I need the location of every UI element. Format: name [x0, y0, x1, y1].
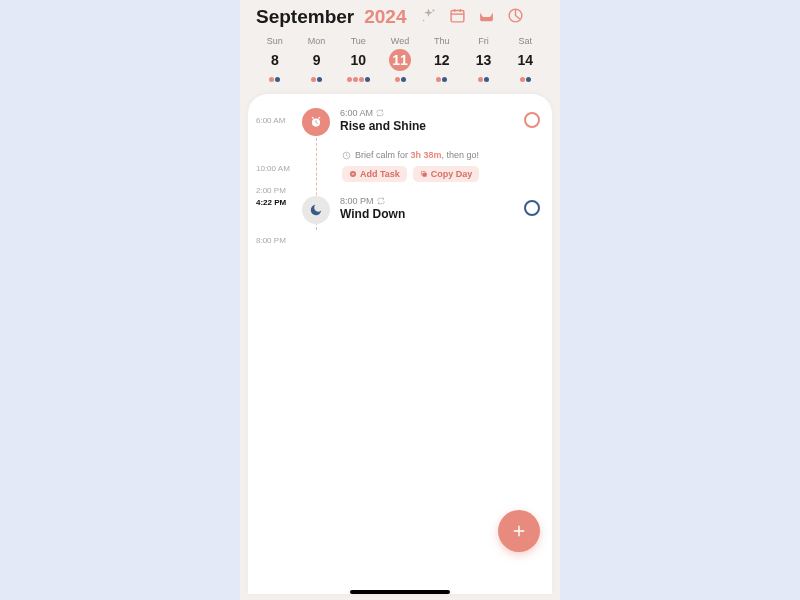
gap-suffix: , then go! [442, 150, 480, 160]
inbox-icon[interactable] [478, 7, 495, 28]
complete-checkbox[interactable] [524, 112, 540, 128]
day-col-sun[interactable]: Sun8 [254, 36, 296, 84]
plus-icon [510, 522, 528, 540]
event-dot [401, 77, 406, 82]
day-number: 8 [264, 49, 286, 71]
moon-icon [302, 196, 330, 224]
day-number: 14 [514, 49, 536, 71]
day-number: 13 [472, 49, 494, 71]
month-label[interactable]: September [256, 6, 354, 28]
chart-icon[interactable] [507, 7, 524, 28]
day-name: Mon [308, 36, 326, 46]
event-dot [317, 77, 322, 82]
week-row: Sun8Mon9Tue10Wed11Thu12Fri13Sat14 [252, 36, 548, 84]
day-number: 11 [389, 49, 411, 71]
event-time-label: 8:00 PM [340, 196, 374, 206]
day-dots [395, 74, 406, 84]
copy-icon [420, 170, 428, 178]
plus-circle-icon [349, 170, 357, 178]
day-dots [478, 74, 489, 84]
time-mark: 10:00 AM [256, 164, 290, 173]
day-dots [311, 74, 322, 84]
current-time-indicator: 4:22 PM [256, 198, 286, 207]
day-name: Fri [478, 36, 489, 46]
svg-point-0 [433, 9, 435, 11]
calendar-header: September 2024 Sun8Mon9Tue10Wed11Thu12Fr… [240, 0, 560, 88]
add-task-button[interactable]: Add Task [342, 166, 407, 182]
event-dot [484, 77, 489, 82]
day-dots [520, 74, 531, 84]
event-dot [442, 77, 447, 82]
event-dot [436, 77, 441, 82]
add-fab-button[interactable] [498, 510, 540, 552]
event-dot [478, 77, 483, 82]
event-dot [353, 77, 358, 82]
time-mark: 6:00 AM [256, 116, 285, 125]
event-dot [359, 77, 364, 82]
day-name: Thu [434, 36, 450, 46]
event-dot [395, 77, 400, 82]
day-col-mon[interactable]: Mon9 [296, 36, 338, 84]
day-name: Tue [351, 36, 366, 46]
gap-block: Brief calm for 3h 38m, then go! Add Task… [342, 150, 540, 182]
event-dot [311, 77, 316, 82]
day-dots [269, 74, 280, 84]
svg-rect-10 [423, 173, 427, 177]
gap-duration: 3h 38m [411, 150, 442, 160]
day-dots [436, 74, 447, 84]
home-indicator[interactable] [350, 590, 450, 594]
event-dot [520, 77, 525, 82]
svg-point-1 [423, 19, 424, 20]
day-number: 10 [347, 49, 369, 71]
alarm-icon [302, 108, 330, 136]
day-dots [347, 74, 370, 84]
event-title: Wind Down [340, 207, 514, 221]
time-mark: 2:00 PM [256, 186, 286, 195]
day-name: Sat [518, 36, 532, 46]
day-name: Sun [267, 36, 283, 46]
day-number: 12 [431, 49, 453, 71]
clock-icon [342, 151, 351, 160]
day-col-sat[interactable]: Sat14 [504, 36, 546, 84]
event-dot [275, 77, 280, 82]
day-col-wed[interactable]: Wed11 [379, 36, 421, 84]
event-dot [526, 77, 531, 82]
event-rise-and-shine[interactable]: 6:00 AM Rise and Shine [300, 108, 540, 136]
complete-checkbox[interactable] [524, 200, 540, 216]
time-mark: 8:00 PM [256, 236, 286, 245]
day-col-fri[interactable]: Fri13 [463, 36, 505, 84]
calendar-icon[interactable] [449, 7, 466, 28]
day-number: 9 [306, 49, 328, 71]
gap-prefix: Brief calm for [355, 150, 411, 160]
event-title: Rise and Shine [340, 119, 514, 133]
svg-rect-2 [452, 10, 465, 21]
event-wind-down[interactable]: 8:00 PM Wind Down [300, 196, 540, 224]
event-dot [269, 77, 274, 82]
year-label[interactable]: 2024 [364, 6, 406, 28]
day-col-tue[interactable]: Tue10 [337, 36, 379, 84]
repeat-icon [376, 109, 384, 117]
repeat-icon [377, 197, 385, 205]
day-name: Wed [391, 36, 409, 46]
sparkle-icon[interactable] [420, 7, 437, 28]
event-dot [365, 77, 370, 82]
phone-frame: September 2024 Sun8Mon9Tue10Wed11Thu12Fr… [240, 0, 560, 600]
copy-day-button[interactable]: Copy Day [413, 166, 480, 182]
event-time-label: 6:00 AM [340, 108, 373, 118]
event-dot [347, 77, 352, 82]
day-col-thu[interactable]: Thu12 [421, 36, 463, 84]
